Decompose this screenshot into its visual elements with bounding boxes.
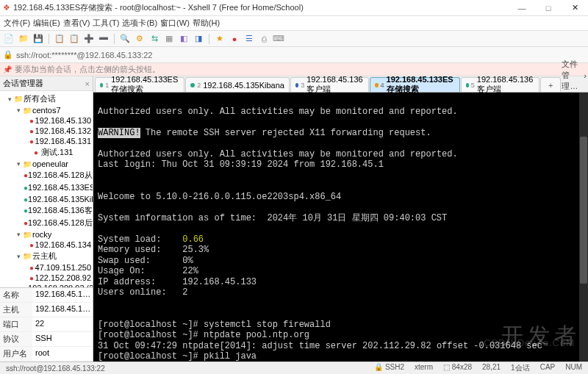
menu-tools[interactable]: 工具(T) [92, 16, 120, 30]
tree-session[interactable]: ●192.168.45.134 [0, 240, 93, 250]
tool4-icon[interactable]: ★ [214, 33, 226, 45]
tool5-icon[interactable]: ● [229, 33, 240, 45]
new-tab-button[interactable]: + [540, 77, 561, 92]
tree-session[interactable]: ●192.168.45.131 [0, 136, 93, 146]
file-manager-tab[interactable]: 文件管理… [562, 59, 581, 92]
tool7-icon[interactable]: ⎙ [258, 33, 270, 45]
menu-window[interactable]: 窗口(W) [159, 16, 190, 30]
status-bar: ssh://root@192.168.45.133:22 🔒 SSH2 xter… [0, 362, 588, 374]
tree-folder-rocky[interactable]: ▾📁rocky [0, 229, 93, 240]
tool8-icon[interactable]: ⌨ [273, 33, 284, 45]
maximize-button[interactable]: □ [538, 1, 559, 15]
prop-host-val: 192.168.45.1… [32, 303, 93, 317]
expand-icon[interactable]: ▾ [6, 96, 13, 103]
tree-session[interactable]: ●192.168.45.130 [0, 115, 93, 126]
tree-folder-centos7[interactable]: ▾📁centos7 [0, 105, 93, 115]
tree-folder-云主机[interactable]: ▾📁云主机 [0, 250, 93, 262]
status-connection: ssh://root@192.168.45.133:22 [3, 364, 108, 373]
tree-item-label: 192.168.45.130 [35, 116, 91, 125]
tree-item-label: 192.168.45.135Kibana [28, 195, 93, 204]
tree-session[interactable]: ●192.168.45.132 [0, 126, 93, 136]
tree-session[interactable]: ●47.109.151.250 [0, 262, 93, 273]
menu-help[interactable]: 帮助(H) [192, 16, 220, 30]
session-manager-panel: 会话管理器 × ▾📁所有会话▾📁centos7●192.168.45.130●1… [0, 76, 93, 362]
tree-item-label: 192.168.45.128后端1 [28, 217, 93, 229]
prop-user-key: 用户名 [0, 347, 32, 361]
connect-icon[interactable]: ➕ [83, 33, 95, 45]
tree-item-label: 测试.131 [41, 147, 73, 158]
menu-tab[interactable]: 选项卡(B) [121, 16, 158, 30]
terminal-output[interactable]: Authorized users only. All activities ma… [93, 93, 588, 362]
tool2-icon[interactable]: ◧ [178, 33, 190, 45]
prop-user-val: root [32, 347, 93, 361]
tree-item-label: 192.168.45.134 [35, 240, 91, 249]
copy-icon[interactable]: 📋 [54, 33, 65, 45]
tree-item-icon: 📁 [22, 160, 32, 168]
tab-label: 192.168.45.135Kibana [203, 81, 284, 90]
tree-session[interactable]: ●测试.131 [0, 146, 93, 159]
tree-session[interactable]: ●192.168.45.136客户端 [0, 204, 93, 217]
tool1-icon[interactable]: ▦ [163, 33, 175, 45]
tree-item-label: 122.152.208.92 [35, 273, 91, 282]
tree-item-label: 47.109.151.250 [35, 263, 91, 272]
open-icon[interactable]: 📁 [18, 33, 29, 45]
tool3-icon[interactable]: ◨ [193, 33, 204, 45]
address-text[interactable]: ssh://root:********@192.168.45.133:22 [16, 51, 152, 60]
scrollbar[interactable] [579, 93, 588, 362]
tree-item-label: 192.168.45.132 [35, 126, 91, 135]
tree-session[interactable]: ●192.168.45.128后端1 [0, 217, 93, 229]
scrollbar-thumb[interactable] [580, 137, 587, 284]
separator [49, 34, 49, 44]
tree-session[interactable]: ●192.168.45.133ES存储搜索 [0, 181, 93, 194]
chevron-right-icon[interactable]: › [584, 71, 587, 80]
session-tree[interactable]: ▾📁所有会话▾📁centos7●192.168.45.130●192.168.4… [0, 91, 93, 287]
menu-view[interactable]: 查看(V) [62, 16, 91, 30]
session-tab[interactable]: 5 192.168.45.136客户端 [461, 77, 539, 92]
prop-proto-val: SSH [32, 332, 93, 346]
session-manager-title: 会话管理器 [3, 78, 43, 89]
props-icon[interactable]: ⚙ [134, 33, 146, 45]
tree-folder-openeular[interactable]: ▾📁openeular [0, 159, 93, 169]
menu-edit[interactable]: 编辑(E) [32, 16, 61, 30]
tree-item-icon: ● [28, 274, 35, 282]
plus-icon: + [545, 81, 556, 90]
tree-session[interactable]: ●192.168.45.135Kibana [0, 194, 93, 204]
paste-icon[interactable]: 📋 [68, 33, 80, 45]
menu-bar: 文件(F) 编辑(E) 查看(V) 工具(T) 选项卡(B) 窗口(W) 帮助(… [0, 16, 588, 31]
expand-icon[interactable]: ▾ [15, 160, 22, 168]
tree-session[interactable]: ●122.152.208.92 [0, 273, 93, 283]
session-properties: 名称192.168.45.1… 主机192.168.45.1… 端口22 协议S… [0, 287, 93, 362]
session-tab[interactable]: 4 192.168.45.133ES存储搜索 [370, 77, 459, 92]
session-tab[interactable]: 3 192.168.45.136客户端 [290, 77, 369, 92]
disconnect-icon[interactable]: ➖ [98, 33, 110, 45]
tree-session[interactable]: ●192.168.45.128从 [0, 169, 93, 181]
panel-close-icon[interactable]: × [85, 79, 90, 88]
tool6-icon[interactable]: ☰ [243, 33, 255, 45]
tree-item-icon: 📁 [22, 107, 32, 115]
pin-icon[interactable]: 📌 [3, 65, 12, 73]
prop-port-key: 端口 [0, 317, 32, 331]
minimize-button[interactable]: — [512, 1, 532, 15]
address-bar: 🔒 ssh://root:********@192.168.45.133:22 [0, 47, 588, 63]
transfer-icon[interactable]: ⇆ [148, 33, 160, 45]
session-tabs: 1 192.168.45.133ES存储搜索2 192.168.45.135Ki… [93, 76, 588, 93]
expand-icon[interactable]: ▾ [15, 231, 22, 238]
tree-root[interactable]: ▾📁所有会话 [0, 93, 93, 105]
expand-icon[interactable]: ▾ [15, 107, 22, 114]
main-area: 会话管理器 × ▾📁所有会话▾📁centos7●192.168.45.130●1… [0, 76, 588, 362]
tree-item-icon: ● [28, 241, 35, 249]
session-tab[interactable]: 1 192.168.45.133ES存储搜索 [95, 77, 184, 92]
save-icon[interactable]: 💾 [32, 33, 44, 45]
tree-item-icon: ● [28, 264, 35, 272]
prop-port-val: 22 [32, 317, 93, 331]
close-button[interactable]: ✕ [564, 1, 585, 15]
window-title: 192.168.45.133ES存储搜索 - root@localhost:~ … [13, 2, 512, 13]
menu-file[interactable]: 文件(F) [3, 16, 31, 30]
new-session-icon[interactable]: 📄 [3, 33, 15, 45]
tree-item-icon: ● [28, 127, 35, 135]
session-tab[interactable]: 2 192.168.45.135Kibana [185, 77, 290, 92]
expand-icon[interactable]: ▾ [15, 253, 22, 260]
tree-item-label: 192.168.45.131 [35, 137, 91, 145]
terminal-area: 1 192.168.45.133ES存储搜索2 192.168.45.135Ki… [93, 76, 588, 362]
find-icon[interactable]: 🔍 [119, 33, 131, 45]
